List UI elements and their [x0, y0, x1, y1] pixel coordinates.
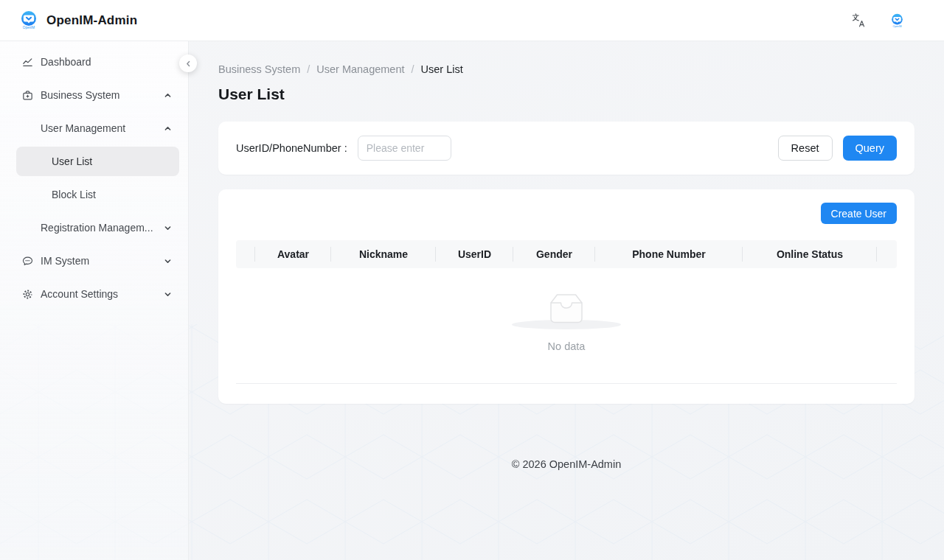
sidebar-item-label: User List	[52, 155, 92, 167]
sidebar-item-account-settings[interactable]: Account Settings	[6, 279, 182, 309]
table-bottom-border	[236, 383, 897, 392]
sidebar-item-user-management[interactable]: User Management	[6, 113, 182, 143]
page-title: User List	[218, 85, 914, 103]
reset-button[interactable]: Reset	[778, 136, 833, 161]
sidebar-item-label: Block List	[52, 189, 96, 200]
sidebar-item-label: Registration Managem...	[41, 222, 153, 234]
table-header-row: Avatar Nickname UserID Gender Phone Numb…	[236, 240, 897, 268]
sidebar: Dashboard Business System User Managemen…	[0, 41, 189, 560]
chevron-up-icon	[164, 125, 172, 133]
sidebar-collapse-button[interactable]	[179, 55, 197, 72]
table-header-avatar: Avatar	[255, 240, 331, 268]
inbox-icon	[542, 292, 591, 326]
create-user-button[interactable]: Create User	[821, 203, 897, 224]
breadcrumb-separator: /	[412, 63, 414, 75]
filter-card: UserID/PhoneNumber : Reset Query	[218, 122, 914, 175]
avatar-logo-icon: OpenIM	[890, 13, 904, 28]
chevron-down-icon	[164, 290, 172, 298]
table-header-userid: UserID	[436, 240, 513, 268]
breadcrumb-business-system[interactable]: Business System	[218, 63, 300, 75]
sidebar-item-dashboard[interactable]: Dashboard	[6, 47, 182, 77]
chat-bubble-icon	[21, 255, 34, 267]
user-table-card: Create User Avatar Nickname UserID Gende…	[218, 189, 914, 404]
sidebar-item-im-system[interactable]: IM System	[6, 246, 182, 276]
logo-caption: OpenIM	[23, 26, 35, 29]
translate-icon	[851, 13, 867, 28]
filter-label: UserID/PhoneNumber :	[236, 142, 347, 154]
brand: OpenIM OpenIM-Admin	[19, 10, 137, 30]
table-header-spacer	[877, 240, 897, 268]
svg-text:OpenIM: OpenIM	[893, 24, 902, 27]
empty-text: No data	[548, 340, 586, 352]
sidebar-item-user-list[interactable]: User List	[16, 147, 179, 176]
sidebar-item-label: IM System	[41, 255, 89, 267]
table-toolbar: Create User	[236, 203, 897, 224]
sidebar-item-business-system[interactable]: Business System	[6, 80, 182, 110]
app-header: OpenIM OpenIM-Admin OpenIM	[0, 0, 944, 41]
breadcrumb-user-list: User List	[421, 63, 463, 75]
chevron-up-icon	[164, 91, 172, 99]
footer-copyright: © 2026 OpenIM-Admin	[218, 458, 914, 470]
briefcase-plus-icon	[21, 89, 34, 102]
sidebar-item-registration-management[interactable]: Registration Managem...	[6, 213, 182, 242]
table-header-phone-number: Phone Number	[595, 240, 743, 268]
main-content: Business System / User Management / User…	[189, 0, 944, 470]
app-title: OpenIM-Admin	[46, 13, 137, 28]
sidebar-item-label: Dashboard	[41, 56, 91, 68]
line-chart-icon	[21, 56, 34, 69]
userid-phone-input[interactable]	[358, 136, 451, 161]
gear-icon	[21, 288, 34, 301]
chevron-down-icon	[164, 257, 172, 265]
language-switch-button[interactable]	[851, 13, 867, 28]
chevron-down-icon	[164, 224, 172, 232]
table-header-online-status: Online Status	[743, 240, 877, 268]
table-header-gender: Gender	[513, 240, 595, 268]
breadcrumb-user-management[interactable]: User Management	[316, 63, 404, 75]
chevron-left-icon	[184, 60, 192, 68]
table-header-nickname: Nickname	[331, 240, 436, 268]
sidebar-item-label: Business System	[41, 89, 119, 101]
breadcrumb-separator: /	[307, 63, 310, 75]
sidebar-item-label: Account Settings	[41, 288, 118, 300]
query-button[interactable]: Query	[843, 136, 898, 161]
user-avatar[interactable]: OpenIM	[890, 13, 904, 28]
breadcrumb: Business System / User Management / User…	[218, 63, 914, 75]
header-actions: OpenIM	[851, 13, 925, 28]
openim-logo-icon: OpenIM	[19, 10, 38, 30]
empty-art	[512, 292, 621, 329]
table-header-spacer	[236, 240, 255, 268]
empty-state: No data	[236, 268, 897, 365]
filter-actions: Reset Query	[778, 136, 897, 161]
sidebar-item-label: User Management	[41, 122, 125, 134]
sidebar-item-block-list[interactable]: Block List	[16, 180, 179, 209]
